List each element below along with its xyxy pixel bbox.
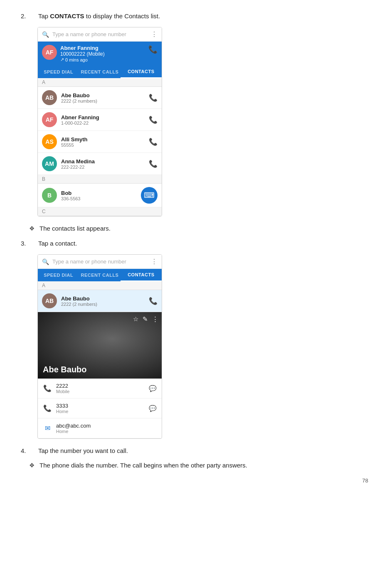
search-icon-2: 🔍: [42, 258, 49, 265]
edit-icon[interactable]: ✎: [143, 315, 148, 323]
call-btn-alli[interactable]: 📞: [149, 138, 158, 146]
contact-detail-icons: ☆ ✎ ⋮: [133, 315, 158, 323]
active-call-name: Abner Fanning: [60, 45, 145, 51]
detail-row-mobile[interactable]: 📞 2222 Mobile 💬: [38, 379, 162, 399]
contact-avatar-abe-2: AB: [42, 293, 57, 308]
star-icon[interactable]: ☆: [133, 315, 138, 323]
active-call-time: ↗ 0 mins ago: [60, 57, 145, 62]
bullet-text-1: The contacts list appears.: [39, 225, 111, 232]
tabs-bar-1: SPEED DIAL RECENT CALLS CONTACTS: [38, 66, 162, 78]
call-icon[interactable]: 📞: [148, 45, 158, 54]
contact-avatar-bob: B: [42, 188, 57, 203]
msg-icon-home[interactable]: 💬: [149, 405, 157, 412]
more-options-icon[interactable]: ⋮: [152, 315, 158, 323]
section-a-1: A: [38, 78, 162, 87]
tab-speed-dial-2[interactable]: SPEED DIAL: [38, 269, 79, 281]
bullet-2: ❖ The phone dials the number. The call b…: [21, 462, 368, 469]
tab-speed-dial-1[interactable]: SPEED DIAL: [38, 66, 79, 78]
call-icon-mobile: 📞: [43, 384, 52, 392]
step-4: 4. Tap the number you want to call.: [21, 447, 368, 454]
detail-content-home: 3333 Home: [56, 403, 145, 414]
tab-contacts-2[interactable]: CONTACTS: [121, 269, 162, 281]
detail-content-email: abc@abc.com Home: [56, 423, 157, 434]
section-c-1: C: [38, 207, 162, 216]
step-number-4: 4.: [21, 447, 33, 454]
section-b-1: B: [38, 175, 162, 184]
step-4-text: Tap the number you want to call.: [38, 447, 128, 454]
bullet-symbol-1: ❖: [29, 225, 34, 232]
bullet-1: ❖ The contacts list appears.: [21, 225, 368, 232]
search-bar-1[interactable]: 🔍 Type a name or phone number ⋮: [38, 27, 162, 42]
contact-detail-header: ☆ ✎ ⋮ Abe Baubo: [38, 312, 162, 379]
contact-avatar-abe: AB: [42, 90, 57, 105]
step-number-2: 2.: [21, 12, 33, 20]
bullet-symbol-2: ❖: [29, 462, 34, 469]
section-a-2: A: [38, 281, 162, 290]
contact-info-anna: Anna Medina 222-222-22: [61, 158, 145, 170]
more-icon-1[interactable]: ⋮: [151, 30, 158, 38]
phone-mockup-2: 🔍 Type a name or phone number ⋮ SPEED DI…: [37, 254, 162, 439]
active-call-avatar: AF: [42, 45, 57, 60]
step-3-text: Tap a contact.: [38, 240, 77, 247]
call-btn-anna[interactable]: 📞: [149, 160, 158, 168]
page-number: 78: [21, 477, 368, 484]
step-3: 3. Tap a contact.: [21, 240, 368, 247]
detail-row-email[interactable]: ✉ abc@abc.com Home: [38, 418, 162, 438]
contact-info-alli: Alli Smyth 55555: [61, 136, 145, 148]
contact-info-abner: Abner Fanning 1-000-022-22: [61, 114, 145, 125]
tabs-bar-2: SPEED DIAL RECENT CALLS CONTACTS: [38, 269, 162, 281]
contact-row-abe-baubo-2[interactable]: AB Abe Baubo 2222 (2 numbers) 📞: [38, 290, 162, 312]
contact-info-bob: Bob 336-5563: [61, 190, 137, 201]
contact-avatar-alli: AS: [42, 134, 57, 149]
search-input-2[interactable]: Type a name or phone number: [52, 258, 148, 265]
contact-avatar-anna: AM: [42, 156, 57, 171]
contact-row-abe-baubo[interactable]: AB Abe Baubo 2222 (2 numbers) 📞: [38, 87, 162, 109]
tab-recent-calls-2[interactable]: RECENT CALLS: [79, 269, 120, 281]
more-icon-2[interactable]: ⋮: [151, 258, 158, 266]
call-icon-home: 📞: [43, 404, 52, 412]
active-call-info: Abner Fanning 100002222 (Mobile) ↗ 0 min…: [60, 45, 145, 62]
detail-row-home[interactable]: 📞 3333 Home 💬: [38, 399, 162, 418]
tab-recent-calls-1[interactable]: RECENT CALLS: [79, 66, 120, 78]
step-2-text: Tap CONTACTS to display the Contacts lis…: [38, 12, 160, 20]
msg-icon-mobile[interactable]: 💬: [149, 385, 157, 392]
contact-row-alli-smyth[interactable]: AS Alli Smyth 55555 📞: [38, 131, 162, 153]
detail-content-mobile: 2222 Mobile: [56, 383, 145, 394]
fab-dialpad[interactable]: ⌨: [141, 187, 158, 204]
call-btn-abe-2[interactable]: 📞: [149, 297, 158, 305]
contact-row-bob[interactable]: B Bob 336-5563 ⌨: [38, 184, 162, 207]
step-2: 2. Tap CONTACTS to display the Contacts …: [21, 12, 368, 20]
bullet-text-2: The phone dials the number. The call beg…: [39, 462, 247, 469]
contacts-bold: CONTACTS: [50, 12, 84, 20]
search-icon: 🔍: [42, 31, 49, 38]
step-number-3: 3.: [21, 240, 33, 247]
active-call-banner: AF Abner Fanning 100002222 (Mobile) ↗ 0 …: [38, 42, 162, 66]
phone-mockup-1: 🔍 Type a name or phone number ⋮ AF Abner…: [37, 27, 162, 217]
active-call-number: 100002222 (Mobile): [60, 51, 145, 57]
contact-info-abe-2: Abe Baubo 2222 (2 numbers): [61, 295, 145, 307]
contact-row-abner-fanning[interactable]: AF Abner Fanning 1-000-022-22 📞: [38, 109, 162, 131]
contact-info-abe: Abe Baubo 2222 (2 numbers): [61, 92, 145, 103]
search-bar-2[interactable]: 🔍 Type a name or phone number ⋮: [38, 255, 162, 269]
call-btn-abe[interactable]: 📞: [149, 93, 158, 102]
email-icon: ✉: [43, 424, 52, 432]
call-btn-abner[interactable]: 📞: [149, 116, 158, 124]
tab-contacts-1[interactable]: CONTACTS: [121, 66, 162, 78]
contact-detail-name: Abe Baubo: [43, 365, 87, 374]
contact-row-anna-medina[interactable]: AM Anna Medina 222-222-22 📞: [38, 153, 162, 175]
search-input-1[interactable]: Type a name or phone number: [52, 31, 148, 37]
contact-avatar-abner: AF: [42, 112, 57, 127]
